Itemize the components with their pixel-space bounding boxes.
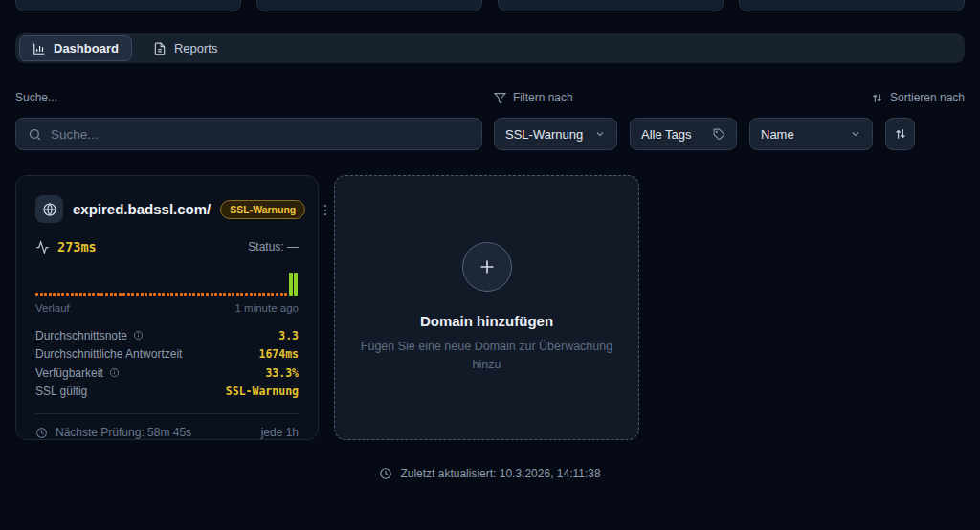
history-dot-warning [66,293,69,296]
summary-card [15,0,241,11]
stat-row-average-grade: Durchschnittsnote 3.3 [35,326,299,345]
history-dot-warning [258,293,261,296]
search-label: Suche... [15,91,482,104]
history-dot-warning [40,293,43,296]
document-icon [153,42,167,55]
history-dot-warning [167,293,169,296]
history-dot-warning [57,293,60,296]
chevron-down-icon [594,128,606,140]
history-dot-warning [223,293,226,296]
kebab-menu-icon[interactable]: ⋮ [315,201,336,218]
history-dot-warning [97,293,100,296]
filter-label: Filtern nach [513,91,573,104]
history-dot-warning [189,293,191,296]
add-domain-title: Domain hinzufügen [420,313,553,329]
history-dot-warning [131,293,134,296]
history-dot-warning [240,293,243,296]
history-dot-warning [219,293,222,296]
history-dot-warning [280,293,283,296]
history-dot-warning [184,293,187,296]
chevron-down-icon [850,128,861,140]
check-interval: jede 1h [261,426,299,439]
top-summary-cards [15,0,965,11]
history-dot-warning [100,293,103,296]
last-updated-text: Zuletzt aktualisiert: 10.3.2026, 14:11:3… [400,467,600,480]
search-input[interactable] [51,127,470,142]
stat-row-ssl-valid: SSL gültig SSL-Warnung [35,383,299,402]
history-dot-warning [53,293,56,296]
history-dot-warning [105,293,108,296]
sort-arrows-icon [894,127,907,141]
history-dot-warning [136,293,139,296]
history-dot-warning [197,293,200,296]
history-dot-warning [192,293,195,296]
history-dot-warning [141,293,144,296]
stat-row-availability: Verfügbarkeit 33.3% [35,364,299,383]
tab-dashboard[interactable]: Dashboard [19,35,132,61]
history-dot-warning [114,293,117,296]
history-dot-warning [201,293,204,296]
history-dot-warning [83,293,86,296]
sort-direction-button[interactable] [885,118,915,150]
search-icon [28,127,42,142]
last-updated: Zuletzt aktualisiert: 10.3.2026, 14:11:3… [0,467,980,480]
tags-filter-label: Alle Tags [641,127,692,142]
history-dot-warning [122,293,125,296]
clock-icon [35,427,48,439]
plus-icon[interactable] [462,242,512,292]
add-domain-subtitle: Fügen Sie eine neue Domain zur Überwachu… [352,338,622,372]
history-dot-warning [44,293,47,296]
history-dot-warning [35,293,38,296]
ssl-warning-badge: SSL-Warnung [220,200,305,219]
history-dot-warning [267,293,270,296]
history-dot-warning [271,293,274,296]
history-bars [35,273,299,296]
sort-arrows-icon [871,92,883,104]
activity-icon [35,240,50,254]
status-text: Status: — [248,240,299,254]
stats-list: Durchschnittsnote 3.3 Durchschnittliche … [35,326,299,401]
tab-label: Dashboard [54,41,119,55]
history-dot-warning [232,293,234,296]
history-bar-ok [294,273,298,296]
history-dot-warning [250,293,253,296]
info-icon[interactable] [133,330,144,341]
summary-card [739,0,965,11]
status-filter-value: SSL-Warnung [505,127,583,142]
history-dot-warning [276,293,278,296]
history-dot-warning [180,293,183,296]
globe-icon [35,195,63,223]
history-dot-warning [211,293,213,296]
history-dot-warning [228,293,231,296]
history-dot-warning [206,293,209,296]
tab-reports[interactable]: Reports [140,35,232,61]
history-dot-warning [245,293,248,296]
history-dot-warning [175,293,178,296]
add-domain-card[interactable]: Domain hinzufügen Fügen Sie eine neue Do… [334,175,639,440]
search-box [15,118,482,150]
funnel-icon [494,92,506,104]
history-dot-warning [92,293,95,296]
status-filter-dropdown[interactable]: SSL-Warnung [494,118,617,150]
history-dot-warning [158,293,161,296]
bar-chart-icon [33,42,46,55]
history-dot-warning [149,293,152,296]
domain-title: expired.badssl.com/ [73,201,211,217]
controls-row: Suche... Filtern nach Sortieren nach [15,91,965,150]
sort-label: Sortieren nach [890,91,965,104]
history-dot-warning [145,293,147,296]
history-dot-warning [61,293,64,296]
info-icon[interactable] [109,367,120,378]
history-dot-warning [162,293,165,296]
sort-field-dropdown[interactable]: Name [749,118,873,150]
history-dot-warning [236,293,239,296]
next-check: Nächste Prüfung: 58m 45s [35,426,191,439]
domain-grid: expired.badssl.com/ SSL-Warnung ⋮ 273ms … [15,175,965,440]
history-dot-warning [170,293,173,296]
summary-card [256,0,482,11]
clock-icon [379,467,392,480]
history-dot-warning [110,293,113,296]
tags-filter-button[interactable]: Alle Tags [630,118,737,150]
domain-card: expired.badssl.com/ SSL-Warnung ⋮ 273ms … [15,175,319,440]
history-dot-warning [79,293,82,296]
